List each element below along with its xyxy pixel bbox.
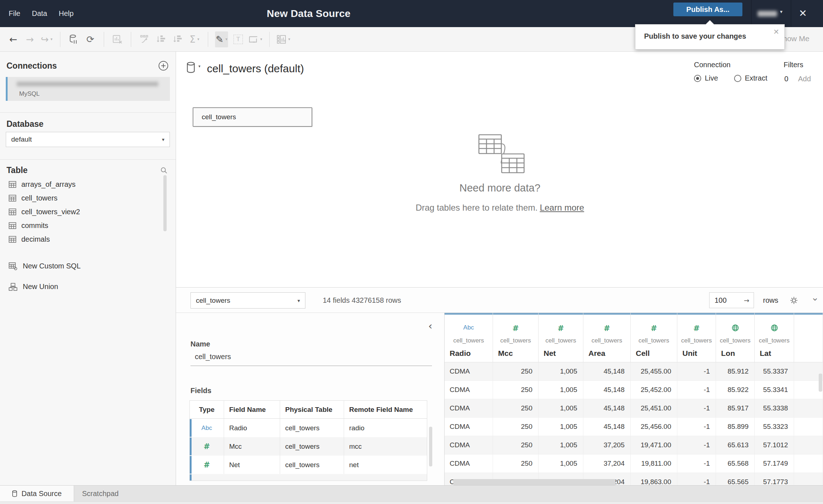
grid-cell[interactable]: 250 bbox=[493, 399, 539, 418]
grid-cell[interactable]: 85.899 bbox=[716, 418, 755, 436]
grid-column-header[interactable]: cell_towersLat bbox=[755, 313, 794, 362]
grid-column-header[interactable]: cell_towersLon bbox=[716, 313, 755, 362]
clear-sheet-icon[interactable] bbox=[111, 31, 124, 47]
datasource-cylinder-icon[interactable] bbox=[186, 62, 196, 73]
pause-updates-icon[interactable] bbox=[67, 31, 80, 47]
sort-descending-icon[interactable] bbox=[171, 31, 184, 47]
grid-cell[interactable] bbox=[794, 418, 823, 436]
live-radio[interactable] bbox=[694, 75, 701, 82]
grid-cell[interactable]: 45,148 bbox=[583, 418, 631, 436]
grid-cell[interactable]: 25,452.00 bbox=[631, 381, 677, 399]
add-connection-icon[interactable] bbox=[158, 61, 168, 71]
grid-cell[interactable]: 250 bbox=[493, 455, 539, 473]
collapse-preview-chevron-icon[interactable]: ⌄ bbox=[811, 292, 819, 303]
grid-cell[interactable]: 19,863.00 bbox=[631, 473, 677, 486]
grid-column-header[interactable] bbox=[794, 313, 823, 362]
close-window-icon[interactable]: ✕ bbox=[799, 8, 807, 19]
datasource-caret-icon[interactable]: ▾ bbox=[198, 64, 201, 69]
menu-data[interactable]: Data bbox=[26, 9, 53, 18]
grid-column-header[interactable]: #cell_towersUnit bbox=[677, 313, 716, 362]
sidebar-table-item[interactable]: cell_towers_view2 bbox=[0, 205, 176, 219]
new-union[interactable]: New Union bbox=[0, 283, 176, 291]
grid-cell[interactable]: 57.1749 bbox=[755, 455, 794, 473]
grid-cell[interactable]: CDMA bbox=[445, 436, 493, 455]
grid-cell[interactable]: CDMA bbox=[445, 381, 493, 399]
show-me-panel-icon[interactable]: ▾ bbox=[277, 31, 291, 47]
apply-row-count-icon[interactable]: → bbox=[744, 297, 749, 304]
extract-radio[interactable] bbox=[734, 75, 741, 82]
sort-ascending-icon[interactable] bbox=[155, 31, 168, 47]
grid-cell[interactable]: 55.3338 bbox=[755, 399, 794, 418]
grid-cell[interactable]: 65.568 bbox=[716, 455, 755, 473]
grid-cell[interactable]: 1,005 bbox=[539, 455, 583, 473]
grid-cell[interactable]: 55.3341 bbox=[755, 381, 794, 399]
sidebar-table-item[interactable]: commits bbox=[0, 219, 176, 232]
menu-file[interactable]: File bbox=[3, 9, 26, 18]
grid-cell[interactable]: 19,471.00 bbox=[631, 436, 677, 455]
grid-cell[interactable]: 65.565 bbox=[716, 473, 755, 486]
sidebar-table-item[interactable]: arrays_of_arrays bbox=[0, 177, 176, 191]
grid-cell[interactable]: -1 bbox=[677, 381, 716, 399]
grid-column-header[interactable]: Abccell_towersRadio bbox=[445, 313, 493, 362]
search-icon[interactable] bbox=[160, 167, 168, 174]
fields-table-row[interactable]: #Netcell_towersnet bbox=[190, 456, 427, 474]
grid-cell[interactable]: 57.1012 bbox=[755, 436, 794, 455]
tab-data-source[interactable]: Data Source bbox=[0, 486, 74, 501]
publish-as-button[interactable]: Publish As... bbox=[673, 3, 742, 16]
extract-label[interactable]: Extract bbox=[745, 74, 767, 82]
grid-cell[interactable]: 45,148 bbox=[583, 362, 631, 381]
grid-cell[interactable]: 250 bbox=[493, 381, 539, 399]
grid-cell[interactable]: CDMA bbox=[445, 399, 493, 418]
sidebar-table-item[interactable]: cell_towers bbox=[0, 191, 176, 205]
grid-cell[interactable]: CDMA bbox=[445, 362, 493, 381]
grid-cell[interactable]: 250 bbox=[493, 436, 539, 455]
name-value[interactable]: cell_towers bbox=[195, 353, 231, 361]
grid-cell[interactable] bbox=[794, 436, 823, 455]
user-menu-caret-icon[interactable]: ▾ bbox=[780, 9, 783, 14]
grid-cell[interactable]: 37,204 bbox=[583, 455, 631, 473]
grid-horizontal-scrollbar[interactable] bbox=[453, 479, 616, 485]
text-label-tool-icon[interactable]: T bbox=[232, 31, 245, 47]
grid-cell[interactable]: CDMA bbox=[445, 418, 493, 436]
table-list-scrollbar[interactable] bbox=[163, 175, 167, 231]
grid-cell[interactable]: 1,005 bbox=[539, 436, 583, 455]
grid-cell[interactable]: 1,005 bbox=[539, 399, 583, 418]
grid-column-header[interactable]: #cell_towersCell bbox=[631, 313, 677, 362]
grid-cell[interactable]: 45,148 bbox=[583, 381, 631, 399]
grid-cell[interactable]: 250 bbox=[493, 418, 539, 436]
grid-cell[interactable] bbox=[794, 455, 823, 473]
highlight-tool-icon[interactable]: ✎▾ bbox=[215, 31, 228, 47]
fields-table-scrollbar[interactable] bbox=[429, 427, 432, 466]
new-custom-sql[interactable]: New Custom SQL bbox=[0, 262, 176, 270]
grid-cell[interactable]: 37,205 bbox=[583, 436, 631, 455]
grid-cell[interactable]: -1 bbox=[677, 399, 716, 418]
grid-cell[interactable]: 55.3323 bbox=[755, 418, 794, 436]
grid-cell[interactable]: 25,451.00 bbox=[631, 399, 677, 418]
grid-cell[interactable]: 85.912 bbox=[716, 362, 755, 381]
grid-cell[interactable] bbox=[794, 399, 823, 418]
swap-rows-columns-icon[interactable] bbox=[138, 31, 151, 47]
grid-cell[interactable]: 65.613 bbox=[716, 436, 755, 455]
grid-column-header[interactable]: #cell_towersNet bbox=[539, 313, 583, 362]
connection-item[interactable]: MySQL bbox=[6, 77, 170, 101]
live-label[interactable]: Live bbox=[705, 74, 718, 82]
grid-vertical-scrollbar[interactable] bbox=[819, 374, 822, 392]
replay-button[interactable]: ↪▾ bbox=[40, 31, 53, 47]
grid-cell[interactable]: 25,455.00 bbox=[631, 362, 677, 381]
row-count-input[interactable]: 100 → bbox=[709, 292, 754, 308]
grid-cell[interactable]: -1 bbox=[677, 455, 716, 473]
filters-add-link[interactable]: Add bbox=[798, 75, 811, 83]
grid-cell[interactable]: 1,005 bbox=[539, 362, 583, 381]
learn-more-link[interactable]: Learn more bbox=[540, 203, 584, 212]
grid-cell[interactable]: 19,811.00 bbox=[631, 455, 677, 473]
refresh-data-icon[interactable]: ⟳ bbox=[84, 31, 97, 47]
grid-cell[interactable]: -1 bbox=[677, 436, 716, 455]
grid-cell[interactable]: CDMA bbox=[445, 455, 493, 473]
totals-sigma-icon[interactable]: Σ▾ bbox=[188, 31, 201, 47]
database-select[interactable]: default ▾ bbox=[6, 132, 170, 147]
grid-cell[interactable] bbox=[794, 473, 823, 486]
grid-cell[interactable]: -1 bbox=[677, 473, 716, 486]
grid-cell[interactable]: 25,456.00 bbox=[631, 418, 677, 436]
grid-cell[interactable]: 1,005 bbox=[539, 381, 583, 399]
grid-cell[interactable]: 1,005 bbox=[539, 418, 583, 436]
